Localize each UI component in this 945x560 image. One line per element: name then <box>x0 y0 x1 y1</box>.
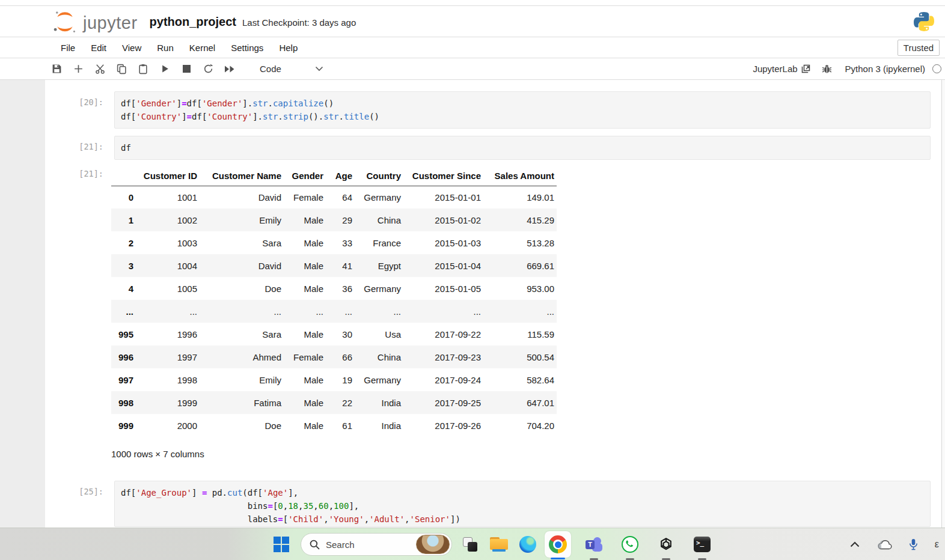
terminal-button[interactable]: >_ <box>690 531 714 558</box>
table-cell: China <box>355 345 403 368</box>
scrollbar[interactable] <box>941 80 945 528</box>
menu-view[interactable]: View <box>114 39 149 56</box>
chrome-button[interactable] <box>545 531 571 558</box>
interrupt-kernel-button[interactable] <box>180 63 192 75</box>
code-editor[interactable]: df['Gender']=df['Gender'].str.capitalize… <box>114 91 931 129</box>
menu-run[interactable]: Run <box>149 39 182 56</box>
table-cell: Female <box>284 186 326 208</box>
chatgpt-button[interactable] <box>654 531 678 558</box>
chevron-up-icon <box>850 541 860 547</box>
windows-taskbar: Search T <box>0 528 945 560</box>
table-cell: 1999 <box>136 391 200 414</box>
copy-cell-button[interactable] <box>115 63 127 75</box>
edge-icon <box>519 536 536 553</box>
menu-settings[interactable]: Settings <box>223 39 271 56</box>
run-cell-button[interactable] <box>159 63 171 75</box>
tray-clock-text[interactable]: ε <box>935 539 939 550</box>
table-cell: ... <box>483 300 557 323</box>
output-prompt: [21]: <box>0 166 103 459</box>
taskbar-search[interactable]: Search <box>301 533 452 556</box>
table-cell: Male <box>284 208 326 231</box>
cell-type-dropdown[interactable]: Code <box>260 64 323 74</box>
terminal-icon: >_ <box>694 537 711 552</box>
row-index: 996 <box>111 345 136 368</box>
table-cell: ... <box>200 300 284 323</box>
dataframe-shape-label: 1000 rows × 7 columns <box>111 449 557 459</box>
code-cell-25: [25]: df['Age_Group'] = pd.cut(df['Age']… <box>0 481 931 527</box>
cell-prompt: [25]: <box>0 481 103 527</box>
tray-chevron-button[interactable] <box>850 541 860 547</box>
checkpoint-status: Last Checkpoint: 3 days ago <box>242 17 356 28</box>
restart-kernel-button[interactable] <box>202 63 214 75</box>
row-index: ... <box>111 300 136 323</box>
add-cell-button[interactable] <box>72 63 84 75</box>
add-cell-icon <box>73 64 84 74</box>
row-index: 2 <box>111 231 136 254</box>
kernel-name[interactable]: Python 3 (ipykernel) <box>845 64 925 74</box>
file-explorer-icon <box>490 537 508 552</box>
table-cell: ... <box>326 300 355 323</box>
notebook-header: jupyter python_project Last Checkpoint: … <box>0 7 945 37</box>
kernel-status-icon[interactable] <box>932 64 941 73</box>
column-header: Gender <box>284 166 326 186</box>
menu-help[interactable]: Help <box>271 39 305 56</box>
run-all-cells-button[interactable] <box>224 63 236 75</box>
teams-button[interactable]: T <box>582 531 606 558</box>
table-cell: ... <box>284 300 326 323</box>
table-cell: 19 <box>326 368 355 391</box>
table-cell: Male <box>284 414 326 437</box>
table-cell: ... <box>403 300 483 323</box>
window-top-strip <box>0 0 945 6</box>
table-cell: Germany <box>355 368 403 391</box>
cut-cell-button[interactable] <box>94 63 106 75</box>
start-button[interactable] <box>269 531 293 558</box>
menu-kernel[interactable]: Kernel <box>182 39 223 56</box>
search-label: Search <box>326 540 355 550</box>
file-explorer-button[interactable] <box>487 531 511 558</box>
table-cell: Male <box>284 231 326 254</box>
column-header: Sales Amount <box>483 166 557 186</box>
table-cell: Male <box>284 323 326 345</box>
stop-icon <box>183 65 191 73</box>
task-view-button[interactable] <box>458 531 482 558</box>
edge-button[interactable] <box>516 531 540 558</box>
table-cell: 2015-01-04 <box>403 254 483 277</box>
code-editor[interactable]: df['Age_Group'] = pd.cut(df['Age'], bins… <box>114 481 931 527</box>
table-cell: 61 <box>326 414 355 437</box>
table-cell: 2015-01-03 <box>403 231 483 254</box>
cell-prompt: [20]: <box>0 91 103 129</box>
table-cell: 36 <box>326 277 355 300</box>
jupyter-logo-icon <box>52 10 78 34</box>
paste-cell-button[interactable] <box>137 63 149 75</box>
table-row: 21003SaraMale33France2015-01-03513.28 <box>111 231 557 254</box>
table-row: 11002EmilyMale29China2015-01-02415.29 <box>111 208 557 231</box>
table-cell: Sara <box>200 323 284 345</box>
jupyter-logo[interactable]: jupyter <box>52 10 138 34</box>
menu-edit[interactable]: Edit <box>83 39 114 56</box>
whatsapp-icon <box>622 536 638 553</box>
table-cell: 2017-09-25 <box>403 391 483 414</box>
code-editor[interactable]: df <box>114 136 931 160</box>
chrome-active-indicator <box>551 558 565 559</box>
notebook-title[interactable]: python_project <box>150 15 236 29</box>
table-cell: Doe <box>200 277 284 300</box>
open-in-jupyterlab-link[interactable]: JupyterLab <box>753 64 810 74</box>
search-highlight-image[interactable] <box>416 535 450 554</box>
jupyter-notebook-window: jupyter python_project Last Checkpoint: … <box>0 0 945 560</box>
table-cell: 22 <box>326 391 355 414</box>
table-cell: 1004 <box>136 254 200 277</box>
debugger-button[interactable] <box>821 63 833 75</box>
table-cell: India <box>355 414 403 437</box>
column-header: Customer Since <box>403 166 483 186</box>
menu-file[interactable]: File <box>53 39 83 56</box>
save-button[interactable] <box>50 63 63 75</box>
table-cell: ... <box>136 300 200 323</box>
onedrive-button[interactable] <box>876 540 892 550</box>
trusted-button[interactable]: Trusted <box>898 40 940 56</box>
microphone-button[interactable] <box>909 538 918 550</box>
jupyter-brand-text: jupyter <box>83 13 138 33</box>
table-cell: Emily <box>200 368 284 391</box>
table-cell: Germany <box>355 277 403 300</box>
whatsapp-button[interactable] <box>618 531 642 558</box>
search-icon <box>310 540 320 550</box>
